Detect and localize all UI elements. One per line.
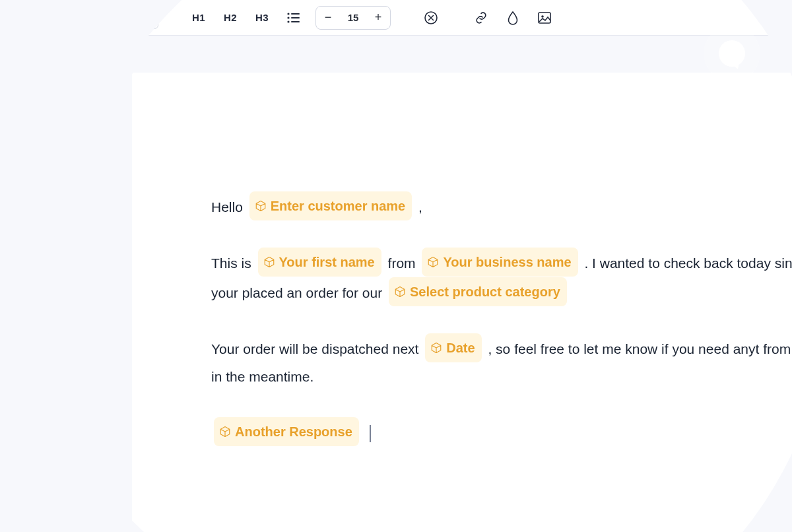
image-button[interactable] (535, 6, 554, 28)
color-button[interactable] (503, 6, 523, 28)
text: Hello (211, 199, 247, 215)
chat-bubble-icon (719, 40, 745, 67)
editor-content[interactable]: Hello Enter customer name , This is Your… (211, 191, 792, 447)
token-date[interactable]: Date (425, 333, 481, 362)
chat-fab[interactable] (704, 25, 760, 82)
token-label: Enter customer name (271, 193, 406, 219)
h1-button[interactable]: H1 (189, 7, 209, 29)
paragraph-greeting: Hello Enter customer name , (211, 191, 792, 221)
box-icon (430, 342, 442, 354)
svg-point-2 (287, 17, 289, 18)
box-icon (219, 426, 231, 438)
link-icon (474, 11, 488, 25)
svg-rect-3 (291, 17, 300, 18)
clear-format-button[interactable] (421, 6, 441, 28)
token-product-category[interactable]: Select product category (389, 277, 567, 306)
blob-clip: H1 H2 H3 − 15 + (5, 0, 792, 532)
image-icon (537, 11, 552, 24)
paragraph-intro: This is Your first name from Your busine… (211, 248, 792, 307)
font-size-decrease[interactable]: − (316, 6, 340, 28)
token-another-response[interactable]: Another Response (214, 417, 359, 446)
token-business-name[interactable]: Your business name (422, 248, 578, 277)
font-size-increase[interactable]: + (366, 6, 390, 28)
token-label: Select product category (410, 279, 560, 305)
token-customer-name[interactable]: Enter customer name (249, 191, 412, 220)
droplet-icon (506, 10, 519, 24)
svg-point-8 (541, 15, 544, 18)
link-button[interactable] (471, 6, 491, 28)
clear-circle-icon (424, 10, 438, 24)
text: , (418, 199, 422, 215)
svg-rect-1 (291, 13, 300, 14)
text: Your order will be dispatched next (211, 341, 422, 356)
text-cursor (370, 425, 371, 442)
text: This is (211, 255, 255, 271)
h2-button[interactable]: H2 (220, 6, 240, 28)
token-label: Another Response (235, 418, 352, 445)
svg-point-4 (287, 20, 289, 22)
font-size-value: 15 (340, 12, 366, 23)
text: from (388, 255, 420, 271)
list-icon (287, 11, 300, 23)
font-size-stepper: − 15 + (315, 5, 391, 29)
token-label: Your first name (279, 249, 375, 275)
svg-point-0 (287, 13, 289, 15)
editor-document[interactable]: Hello Enter customer name , This is Your… (132, 73, 792, 532)
box-icon (427, 256, 439, 268)
box-icon (255, 200, 267, 212)
token-label: Date (446, 335, 475, 361)
paragraph-dispatch: Your order will be dispatched next Date … (211, 333, 792, 391)
h3-button[interactable]: H3 (252, 6, 272, 28)
box-icon (263, 256, 275, 268)
svg-rect-5 (291, 21, 300, 22)
token-label: Your business name (443, 249, 571, 275)
box-icon (394, 286, 406, 298)
bullet-list-button[interactable] (284, 6, 304, 28)
paragraph-another: Another Response (211, 417, 792, 447)
token-first-name[interactable]: Your first name (258, 248, 381, 277)
